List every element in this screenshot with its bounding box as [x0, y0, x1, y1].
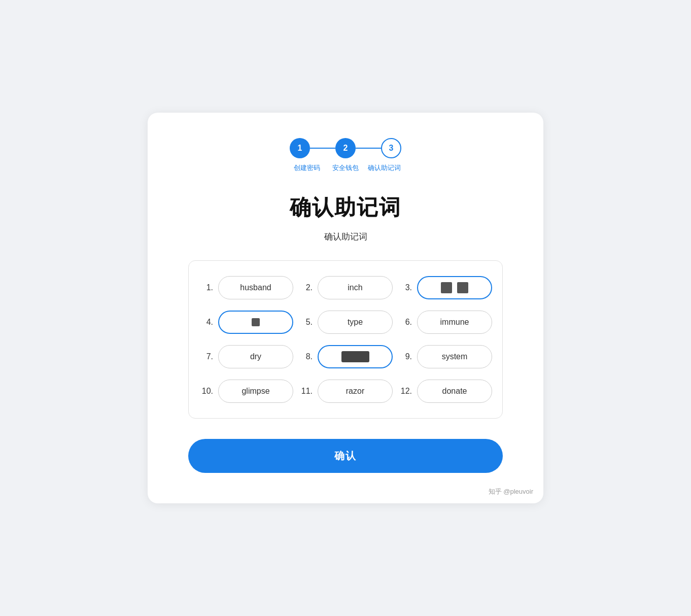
word-number-2: 2. — [298, 283, 313, 292]
main-card: 1 2 3 创建密码 安全钱包 确认助记词 确认助记词 确认助记词 1. hus… — [148, 113, 543, 503]
word-number-9: 9. — [398, 352, 412, 361]
word-pill-1[interactable]: husband — [218, 276, 293, 299]
word-pill-10[interactable]: glimpse — [218, 380, 293, 403]
word-pill-11[interactable]: razor — [318, 380, 393, 403]
word-number-1: 1. — [199, 283, 213, 292]
word-item-11: 11. razor — [298, 380, 393, 403]
step-3-label: 确认助记词 — [365, 163, 403, 173]
word-item-12: 12. donate — [398, 380, 492, 403]
word-pill-6[interactable]: immune — [417, 311, 492, 334]
step-line-2 — [356, 148, 381, 149]
stepper: 1 2 3 创建密码 安全钱包 确认助记词 — [188, 138, 503, 173]
word-pill-7[interactable]: dry — [218, 345, 293, 368]
word-number-3: 3. — [398, 283, 412, 292]
word-item-9: 9. system — [398, 345, 492, 368]
word-pill-2[interactable]: inch — [318, 276, 393, 299]
word-number-7: 7. — [199, 352, 213, 361]
word-pill-5[interactable]: type — [318, 311, 393, 334]
word-pill-3[interactable] — [417, 276, 492, 299]
blur-block-8 — [341, 351, 369, 362]
watermark: 知乎 @pleuvoir — [489, 487, 533, 496]
word-number-12: 12. — [398, 387, 412, 396]
blur-block-4 — [252, 318, 260, 326]
word-number-11: 11. — [298, 387, 313, 396]
word-item-2: 2. inch — [298, 276, 393, 299]
step-3-circle: 3 — [381, 138, 401, 158]
step-2-label: 安全钱包 — [326, 163, 365, 173]
stepper-circles: 1 2 3 — [290, 138, 401, 158]
word-item-6: 6. immune — [398, 311, 492, 334]
word-item-10: 10. glimpse — [199, 380, 293, 403]
word-number-5: 5. — [298, 318, 313, 327]
blur-block-3a — [441, 282, 452, 293]
word-number-10: 10. — [199, 387, 213, 396]
word-pill-12[interactable]: donate — [417, 380, 492, 403]
word-number-4: 4. — [199, 318, 213, 327]
step-2-circle: 2 — [335, 138, 356, 158]
word-pill-9[interactable]: system — [417, 345, 492, 368]
word-pill-4[interactable] — [218, 311, 293, 334]
confirm-button[interactable]: 确认 — [188, 439, 503, 473]
step-1-circle: 1 — [290, 138, 310, 158]
blur-block-3b — [457, 282, 468, 293]
word-item-4: 4. — [199, 311, 293, 334]
step-line-1 — [310, 148, 335, 149]
step-1-label: 创建密码 — [288, 163, 326, 173]
word-item-5: 5. type — [298, 311, 393, 334]
stepper-labels: 创建密码 安全钱包 确认助记词 — [288, 163, 403, 173]
word-pill-8[interactable] — [318, 345, 393, 368]
word-item-3: 3. — [398, 276, 492, 299]
word-number-8: 8. — [298, 352, 313, 361]
words-grid: 1. husband 2. inch 3. 4. — [199, 276, 492, 403]
word-item-7: 7. dry — [199, 345, 293, 368]
page-title: 确认助记词 — [188, 193, 503, 222]
word-item-8: 8. — [298, 345, 393, 368]
word-number-6: 6. — [398, 318, 412, 327]
words-container: 1. husband 2. inch 3. 4. — [188, 260, 503, 419]
word-item-1: 1. husband — [199, 276, 293, 299]
page-subtitle: 确认助记词 — [188, 231, 503, 243]
